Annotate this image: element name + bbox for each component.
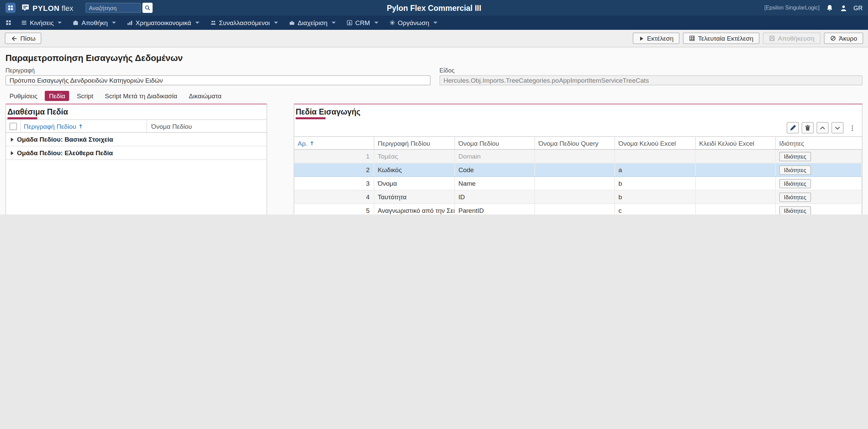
menu-item-organosi[interactable]: Οργάνωση	[383, 16, 443, 30]
user-avatar-icon[interactable]	[839, 4, 847, 12]
transactions-icon	[21, 20, 27, 26]
properties-button[interactable]: Ιδιότητες	[779, 151, 811, 161]
import-field-row-5[interactable]: 5 Αναγνωριστικό από την Σειρά Εκτέ Paren…	[294, 204, 862, 214]
warehouse-icon	[73, 20, 79, 26]
cell-description: Αναγνωριστικό από την Σειρά Εκτέ	[374, 204, 455, 214]
last-execution-button[interactable]: Τελευταία Εκτέλεση	[683, 33, 760, 44]
cell-number: 2	[294, 163, 374, 176]
finance-icon	[127, 20, 133, 26]
chevron-down-icon	[332, 22, 336, 24]
pylon-logo: PYLON flex	[21, 3, 73, 12]
properties-button[interactable]: Ιδιότητες	[779, 206, 811, 214]
tab-pedia[interactable]: Πεδία	[45, 90, 69, 101]
delete-row-button[interactable]	[802, 122, 814, 134]
last-execution-label: Τελευταία Εκτέλεση	[698, 35, 753, 42]
field-group-row-free[interactable]: Ομάδα Πεδίου: Ελεύθερα Πεδία	[6, 146, 267, 160]
column-header-excel-key[interactable]: Κλειδί Κελιού Excel	[696, 137, 776, 149]
menu-grid-icon[interactable]	[5, 20, 12, 26]
menu-item-label: Οργάνωση	[398, 19, 429, 26]
import-fields-panel: Πεδία Εισαγωγής	[294, 104, 863, 214]
column-header-excel-cell[interactable]: Όνομα Κελιού Excel	[615, 137, 696, 149]
column-header-label: Όνομα Πεδίου	[151, 122, 192, 130]
cell-properties: Ιδιότητες	[776, 204, 862, 214]
save-button[interactable]: Αποθήκευση	[763, 33, 821, 44]
logo-text-bold: PYLON	[33, 4, 60, 12]
command-bar: Πίσω Εκτέλεση Τελευταία Εκτέλεση Αποθήκε…	[0, 30, 868, 47]
execute-button[interactable]: Εκτέλεση	[633, 33, 679, 44]
edit-row-button[interactable]	[787, 122, 799, 134]
cell-query-name	[535, 150, 615, 163]
import-field-row-4[interactable]: 4 Ταυτότητα ID b Ιδιότητες	[294, 190, 862, 204]
column-header-field-description[interactable]: Περιγραφή Πεδίου	[374, 137, 455, 149]
import-field-row-1[interactable]: 1 Τομέας Domain Ιδιότητες	[294, 150, 862, 163]
page-content: Παραμετροποίηση Εισαγωγής Δεδομένων Περι…	[0, 53, 868, 214]
app-title: Pylon Flex Commercial III	[387, 4, 481, 12]
menu-item-label: Συναλλασσόμενοι	[219, 19, 270, 26]
save-disk-icon	[769, 35, 775, 41]
import-field-row-3[interactable]: 3 Όνομα Name b Ιδιότητες	[294, 177, 862, 190]
cell-number: 4	[294, 190, 374, 203]
column-header-field-name[interactable]: Όνομα Πεδίου	[455, 137, 535, 149]
column-header-label: Όνομα Πεδίου	[458, 139, 499, 147]
cancel-slash-icon	[830, 35, 836, 41]
menu-item-apothiki[interactable]: Αποθήκη	[67, 16, 121, 30]
description-input[interactable]	[5, 75, 431, 85]
menu-item-synallassomenoi[interactable]: Συναλλασσόμενοι	[205, 16, 283, 30]
trash-icon	[804, 124, 811, 131]
import-field-row-2[interactable]: 2 Κωδικός Code a Ιδιότητες	[294, 163, 862, 177]
search-input[interactable]	[85, 3, 141, 13]
menu-item-kiniseis[interactable]: Κινήσεις	[16, 16, 67, 30]
column-header-query-name[interactable]: Όνομα Πεδίου Query	[535, 137, 615, 149]
properties-button[interactable]: Ιδιότητες	[779, 165, 811, 175]
cell-description: Τομέας	[374, 150, 455, 163]
cancel-button[interactable]: Άκυρο	[824, 33, 863, 44]
menu-item-xrimatooikonomika[interactable]: Χρηματοοικονομικά	[121, 16, 205, 30]
select-all-checkbox[interactable]	[9, 122, 17, 130]
table-grid-icon	[689, 35, 695, 41]
vertical-dots-icon	[849, 124, 856, 132]
menu-item-label: Διαχείριση	[298, 19, 328, 26]
column-header-label: Περιγραφή Πεδίου	[24, 122, 76, 130]
menu-item-label: Κινήσεις	[30, 19, 54, 26]
search-button[interactable]	[142, 3, 153, 13]
tab-strip: Ρυθμίσεις Πεδία Script Script Μετά τη Δι…	[5, 90, 863, 101]
properties-button[interactable]: Ιδιότητες	[779, 179, 811, 188]
menu-item-crm[interactable]: CRM	[341, 16, 383, 30]
back-button[interactable]: Πίσω	[5, 33, 42, 44]
chevron-down-icon	[374, 22, 378, 24]
menu-item-label: CRM	[355, 19, 370, 26]
language-selector[interactable]: GR	[853, 4, 863, 11]
global-search	[85, 3, 153, 13]
menu-item-diaxeirisi[interactable]: Διαχείριση	[283, 16, 341, 30]
expand-triangle-icon[interactable]	[11, 151, 14, 155]
execute-button-label: Εκτέλεση	[647, 35, 673, 42]
chevron-down-icon	[58, 22, 62, 24]
app-launcher-button[interactable]	[5, 3, 16, 13]
notifications-bell-icon[interactable]	[826, 4, 833, 12]
group-row-label: Ομάδα Πεδίου: Βασικά Στοιχεία	[17, 136, 113, 143]
cell-excel-key	[696, 204, 776, 214]
tab-dikaiomata[interactable]: Δικαιώματα	[185, 90, 225, 101]
cell-query-name	[535, 190, 615, 203]
cell-properties: Ιδιότητες	[776, 190, 862, 203]
type-input	[439, 75, 863, 85]
tab-script-meta[interactable]: Script Μετά τη Διαδικασία	[101, 90, 181, 101]
tab-script[interactable]: Script	[73, 90, 97, 101]
expand-triangle-icon[interactable]	[11, 137, 14, 141]
sort-asc-icon	[78, 123, 84, 129]
column-header-number[interactable]: Αρ.	[294, 137, 374, 149]
column-header-field-name[interactable]: Όνομα Πεδίου	[147, 120, 267, 132]
properties-button[interactable]: Ιδιότητες	[779, 192, 811, 202]
partners-icon	[210, 20, 216, 26]
field-group-row-basic[interactable]: Ομάδα Πεδίου: Βασικά Στοιχεία	[6, 133, 267, 146]
main-menubar: Κινήσεις Αποθήκη Χρηματοοικονομικά Συναλ…	[0, 16, 868, 30]
column-header-label: Ιδιότητες	[779, 139, 804, 147]
cell-properties: Ιδιότητες	[776, 163, 862, 176]
more-options-button[interactable]	[846, 122, 859, 134]
column-header-properties[interactable]: Ιδιότητες	[776, 137, 862, 149]
move-row-down-button[interactable]	[831, 122, 844, 134]
tab-rythmiseis[interactable]: Ρυθμίσεις	[5, 90, 41, 101]
move-row-up-button[interactable]	[816, 122, 829, 134]
cell-excel-key	[696, 177, 776, 190]
column-header-field-description[interactable]: Περιγραφή Πεδίου	[21, 120, 147, 132]
